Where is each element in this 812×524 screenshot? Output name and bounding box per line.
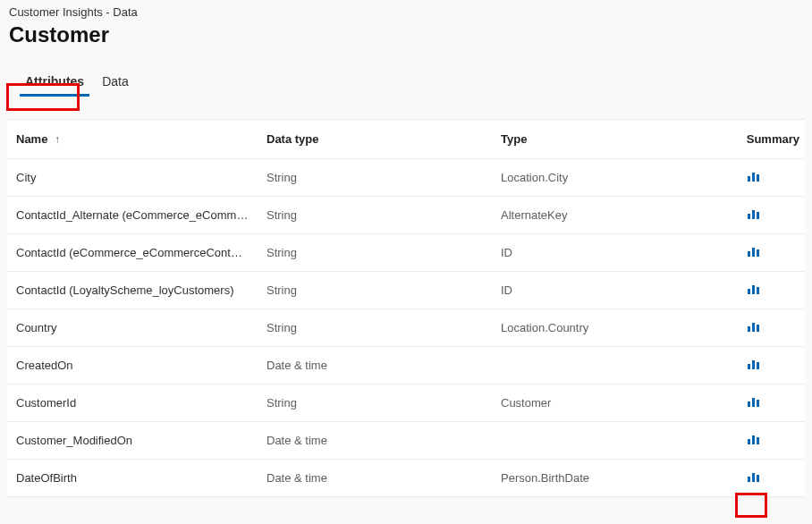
cell-datatype: String bbox=[258, 309, 492, 347]
table-row: DateOfBirthDate & timePerson.BirthDate bbox=[7, 460, 805, 497]
cell-datatype: Date & time bbox=[258, 422, 492, 460]
column-header-name-label: Name bbox=[16, 132, 47, 146]
summary-chart-icon[interactable] bbox=[748, 359, 760, 369]
cell-summary bbox=[737, 422, 805, 460]
sort-ascending-icon: ↑ bbox=[55, 133, 60, 146]
svg-rect-10 bbox=[752, 285, 755, 294]
cell-summary bbox=[737, 272, 805, 309]
cell-datatype: String bbox=[258, 197, 492, 234]
summary-chart-icon[interactable] bbox=[748, 321, 760, 332]
cell-datatype: Date & time bbox=[258, 347, 492, 385]
tab-attributes[interactable]: Attributes bbox=[16, 69, 93, 94]
cell-type: Location.Country bbox=[492, 309, 737, 347]
cell-datatype: String bbox=[258, 385, 492, 422]
attributes-table: Name ↑ Data type Type Summary CityString… bbox=[7, 120, 805, 497]
svg-rect-8 bbox=[757, 249, 759, 257]
cell-name: DateOfBirth bbox=[7, 460, 258, 497]
cell-type: Person.BirthDate bbox=[492, 460, 737, 497]
svg-rect-25 bbox=[752, 473, 755, 482]
cell-datatype: String bbox=[258, 159, 492, 197]
svg-rect-7 bbox=[752, 248, 755, 257]
cell-summary bbox=[737, 385, 805, 422]
svg-rect-24 bbox=[748, 477, 750, 482]
svg-rect-3 bbox=[748, 214, 750, 219]
cell-name: Customer_ModifiedOn bbox=[7, 422, 258, 460]
table-row: CountryStringLocation.Country bbox=[7, 309, 805, 347]
cell-summary bbox=[737, 309, 805, 347]
svg-rect-6 bbox=[748, 251, 750, 257]
cell-name: CreatedOn bbox=[7, 347, 258, 385]
cell-type bbox=[492, 422, 737, 460]
cell-name: ContactId (LoyaltyScheme_loyCustomers) bbox=[7, 272, 258, 309]
table-row: CreatedOnDate & time bbox=[7, 347, 805, 385]
column-header-name[interactable]: Name ↑ bbox=[7, 120, 258, 159]
cell-type: ID bbox=[492, 272, 737, 309]
svg-rect-16 bbox=[752, 360, 755, 369]
svg-rect-21 bbox=[748, 439, 750, 444]
svg-rect-5 bbox=[757, 212, 759, 219]
svg-rect-26 bbox=[757, 475, 759, 482]
table-header-row: Name ↑ Data type Type Summary bbox=[7, 120, 805, 159]
summary-chart-icon[interactable] bbox=[748, 246, 760, 257]
svg-rect-22 bbox=[752, 435, 755, 444]
svg-rect-23 bbox=[757, 437, 759, 444]
summary-chart-icon[interactable] bbox=[748, 434, 760, 444]
cell-datatype: String bbox=[258, 272, 492, 309]
svg-rect-19 bbox=[752, 398, 755, 407]
cell-type: ID bbox=[492, 234, 737, 272]
summary-chart-icon[interactable] bbox=[748, 171, 760, 182]
svg-rect-0 bbox=[748, 176, 750, 182]
cell-summary bbox=[737, 347, 805, 385]
table-row: CityStringLocation.City bbox=[7, 159, 805, 197]
breadcrumb[interactable]: Customer Insights - Data bbox=[9, 5, 803, 19]
page-title: Customer bbox=[9, 22, 803, 47]
cell-summary bbox=[737, 234, 805, 272]
cell-type: AlternateKey bbox=[492, 197, 737, 234]
tab-data[interactable]: Data bbox=[93, 69, 138, 94]
svg-rect-20 bbox=[757, 400, 759, 407]
svg-rect-14 bbox=[757, 325, 759, 332]
svg-rect-12 bbox=[748, 326, 750, 332]
cell-datatype: String bbox=[258, 234, 492, 272]
cell-name: Country bbox=[7, 309, 258, 347]
cell-name: CustomerId bbox=[7, 385, 258, 422]
column-header-summary[interactable]: Summary bbox=[737, 120, 805, 159]
cell-type: Location.City bbox=[492, 159, 737, 197]
svg-rect-11 bbox=[757, 287, 759, 294]
table-row: ContactId_Alternate (eCommerce_eCommerce… bbox=[7, 197, 805, 234]
cell-type: Customer bbox=[492, 385, 737, 422]
svg-rect-18 bbox=[748, 401, 750, 407]
svg-rect-15 bbox=[748, 364, 750, 369]
cell-name: City bbox=[7, 159, 258, 197]
svg-rect-2 bbox=[757, 174, 759, 182]
cell-name: ContactId (eCommerce_eCommerceContacts) bbox=[7, 234, 258, 272]
column-header-datatype[interactable]: Data type bbox=[258, 120, 492, 159]
summary-chart-icon[interactable] bbox=[748, 283, 760, 294]
table-row: CustomerIdStringCustomer bbox=[7, 385, 805, 422]
cell-type bbox=[492, 347, 737, 385]
svg-rect-13 bbox=[752, 323, 755, 332]
cell-summary bbox=[737, 197, 805, 234]
table-row: ContactId (LoyaltyScheme_loyCustomers)St… bbox=[7, 272, 805, 309]
svg-rect-1 bbox=[752, 173, 755, 182]
summary-chart-icon[interactable] bbox=[748, 208, 760, 219]
cell-summary bbox=[737, 460, 805, 497]
svg-rect-17 bbox=[757, 362, 759, 369]
svg-rect-4 bbox=[752, 210, 755, 219]
column-header-type[interactable]: Type bbox=[492, 120, 737, 159]
summary-chart-icon[interactable] bbox=[748, 396, 760, 407]
table-row: Customer_ModifiedOnDate & time bbox=[7, 422, 805, 460]
table-row: ContactId (eCommerce_eCommerceContacts)S… bbox=[7, 234, 805, 272]
cell-datatype: Date & time bbox=[258, 460, 492, 497]
summary-chart-icon[interactable] bbox=[748, 471, 760, 482]
svg-rect-9 bbox=[748, 289, 750, 294]
cell-summary bbox=[737, 159, 805, 197]
cell-name: ContactId_Alternate (eCommerce_eCommerce… bbox=[7, 197, 258, 234]
